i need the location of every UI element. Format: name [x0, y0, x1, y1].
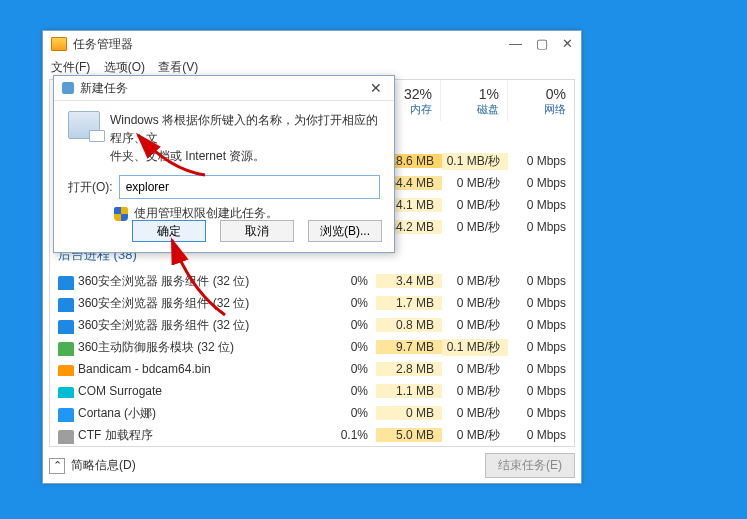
- table-row[interactable]: ›Cortana (小娜) 0% 0 MB 0 MB/秒 0 Mbps: [50, 402, 574, 424]
- dialog-description: Windows 将根据你所键入的名称，为你打开相应的程序、文 件夹、文档或 In…: [110, 111, 380, 165]
- browse-button[interactable]: 浏览(B)...: [308, 220, 382, 242]
- col-disk[interactable]: 1%磁盘: [440, 80, 507, 121]
- table-row[interactable]: ›360安全浏览器 服务组件 (32 位) 0% 3.4 MB 0 MB/秒 0…: [50, 270, 574, 292]
- process-icon: [58, 430, 74, 444]
- ok-button[interactable]: 确定: [132, 220, 206, 242]
- menu-view[interactable]: 查看(V): [158, 60, 198, 74]
- fewer-details-button[interactable]: 简略信息(D): [49, 457, 136, 474]
- process-icon: [58, 298, 74, 312]
- window-title: 任务管理器: [73, 31, 133, 57]
- menu-options[interactable]: 选项(O): [104, 60, 145, 74]
- table-row[interactable]: CTF 加载程序 0.1% 5.0 MB 0 MB/秒 0 Mbps: [50, 424, 574, 446]
- dialog-titlebar[interactable]: 新建任务 ✕: [54, 76, 394, 101]
- open-label: 打开(O):: [68, 179, 113, 196]
- table-row[interactable]: COM Surrogate 0% 1.1 MB 0 MB/秒 0 Mbps: [50, 380, 574, 402]
- menu-file[interactable]: 文件(F): [51, 60, 90, 74]
- table-row[interactable]: 360安全浏览器 服务组件 (32 位) 0% 0.8 MB 0 MB/秒 0 …: [50, 314, 574, 336]
- maximize-icon[interactable]: ▢: [536, 31, 548, 57]
- table-row[interactable]: ›360主动防御服务模块 (32 位) 0% 9.7 MB 0.1 MB/秒 0…: [50, 336, 574, 358]
- dialog-icon: [62, 82, 74, 94]
- col-network[interactable]: 0%网络: [507, 80, 574, 121]
- dialog-title: 新建任务: [80, 76, 128, 100]
- cancel-button[interactable]: 取消: [220, 220, 294, 242]
- close-icon[interactable]: ✕: [562, 31, 573, 57]
- process-icon: [58, 365, 74, 376]
- menu-bar: 文件(F) 选项(O) 查看(V): [43, 57, 581, 77]
- window-titlebar[interactable]: 任务管理器 — ▢ ✕: [43, 31, 581, 57]
- table-row[interactable]: Bandicam - bdcam64.bin 0% 2.8 MB 0 MB/秒 …: [50, 358, 574, 380]
- end-task-button[interactable]: 结束任务(E): [485, 453, 575, 478]
- process-icon: [58, 320, 74, 334]
- dialog-close-icon[interactable]: ✕: [366, 76, 386, 100]
- minimize-icon[interactable]: —: [509, 31, 522, 57]
- run-dialog: 新建任务 ✕ Windows 将根据你所键入的名称，为你打开相应的程序、文 件夹…: [53, 75, 395, 253]
- table-row[interactable]: 360安全浏览器 服务组件 (32 位) 0% 1.7 MB 0 MB/秒 0 …: [50, 292, 574, 314]
- process-icon: [58, 342, 74, 356]
- run-icon: [68, 111, 100, 139]
- footer: 简略信息(D) 结束任务(E): [49, 451, 575, 479]
- shield-icon: [114, 207, 128, 221]
- process-icon: [58, 387, 74, 398]
- process-icon: [58, 408, 74, 422]
- process-icon: [58, 276, 74, 290]
- app-icon: [51, 37, 67, 51]
- open-input[interactable]: [119, 175, 380, 199]
